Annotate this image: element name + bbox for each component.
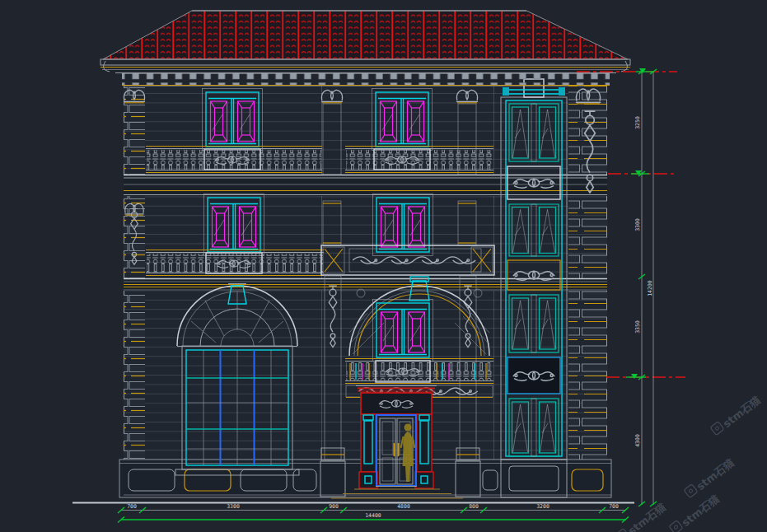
svg-text:stm石猫: stm石猫: [626, 501, 668, 532]
watermark: stm石猫: [684, 455, 737, 501]
watermarks: stm石猫 stm石猫 stm石猫 stm石猫: [615, 393, 763, 532]
door-frieze: [361, 393, 432, 414]
roof: [103, 11, 628, 59]
svg-text:stm石猫: stm石猫: [721, 394, 763, 431]
dim-total-text: 14400: [365, 512, 381, 519]
quoins-right: [568, 86, 607, 460]
string-course-2f: [124, 278, 607, 291]
dim-text: 700: [127, 503, 137, 510]
door-handle-icon: [394, 443, 395, 456]
cornice: [101, 59, 630, 86]
dim-text: 900: [329, 503, 339, 510]
dimension-bottom: 700 3300 900 4800 800 3200 700 14400: [118, 503, 629, 523]
dim-text: 4300: [634, 434, 641, 447]
dim-total-text: 14200: [647, 280, 653, 296]
dim-text: 3350: [634, 320, 641, 334]
tower-bracket-icon: [503, 87, 509, 96]
elevation-drawing-canvas[interactable]: 3250 3300 3350 4300 14200 700 3300 900 4…: [0, 0, 767, 532]
dim-text: 700: [609, 503, 619, 510]
watermark: stm石猫: [669, 492, 722, 532]
balustrade-3f: [146, 147, 493, 173]
quoins-left: [124, 86, 145, 460]
svg-text:stm石猫: stm石猫: [695, 456, 737, 493]
dim-text: 3300: [634, 218, 641, 231]
eave-corbel-icon: [103, 61, 627, 72]
dim-text: 800: [469, 503, 479, 510]
level-marker: [606, 374, 685, 379]
cad-viewport: 3250 3300 3350 4300 14200 700 3300 900 4…: [0, 0, 767, 532]
watermark: stm石猫: [710, 393, 763, 438]
svg-text:stm石猫: stm石猫: [680, 492, 722, 530]
dim-text: 3300: [227, 503, 240, 510]
balustrade-2f: [146, 250, 324, 276]
door-handle-icon: [398, 443, 400, 456]
dentil-band: [122, 73, 610, 85]
dim-text: 3200: [536, 503, 550, 510]
dimension-right: 3250 3300 3350 4300 14200: [634, 69, 657, 506]
dim-text: 4800: [397, 503, 410, 510]
dim-text: 3250: [634, 116, 641, 129]
tower-bracket-icon: [559, 87, 565, 96]
